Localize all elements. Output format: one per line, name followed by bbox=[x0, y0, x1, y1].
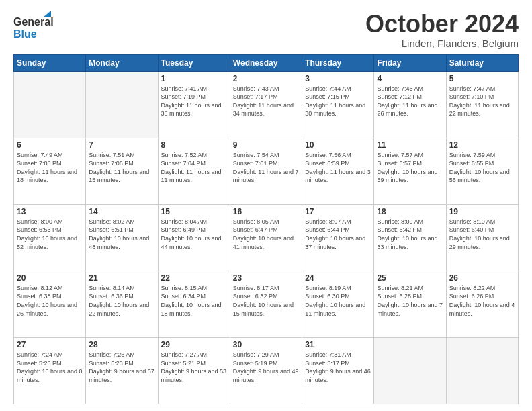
day-of-week-header: Tuesday bbox=[158, 54, 230, 71]
day-number: 30 bbox=[233, 340, 299, 349]
day-number: 10 bbox=[305, 140, 371, 150]
location: Linden, Flanders, Belgium bbox=[365, 38, 519, 49]
day-number: 5 bbox=[449, 74, 515, 83]
day-info: Sunrise: 7:26 AM Sunset: 5:23 PM Dayligh… bbox=[89, 351, 154, 384]
calendar-table: SundayMondayTuesdayWednesdayThursdayFrid… bbox=[13, 54, 519, 404]
day-info: Sunrise: 7:31 AM Sunset: 5:17 PM Dayligh… bbox=[305, 351, 371, 384]
day-info: Sunrise: 8:10 AM Sunset: 6:40 PM Dayligh… bbox=[449, 218, 515, 251]
calendar-day-cell bbox=[374, 337, 446, 404]
day-info: Sunrise: 8:00 AM Sunset: 6:53 PM Dayligh… bbox=[17, 218, 83, 251]
calendar-day-cell: 13Sunrise: 8:00 AM Sunset: 6:53 PM Dayli… bbox=[14, 204, 86, 271]
day-number: 22 bbox=[161, 273, 227, 283]
day-number: 7 bbox=[89, 140, 154, 150]
day-number: 25 bbox=[377, 273, 443, 283]
day-number: 13 bbox=[17, 207, 83, 216]
day-number: 6 bbox=[17, 140, 83, 150]
day-info: Sunrise: 8:04 AM Sunset: 6:49 PM Dayligh… bbox=[161, 218, 227, 251]
calendar-day-cell: 25Sunrise: 8:21 AM Sunset: 6:28 PM Dayli… bbox=[374, 271, 446, 337]
day-info: Sunrise: 8:22 AM Sunset: 6:26 PM Dayligh… bbox=[449, 284, 515, 318]
calendar-day-cell: 16Sunrise: 8:05 AM Sunset: 6:47 PM Dayli… bbox=[230, 204, 302, 271]
day-number: 12 bbox=[449, 140, 515, 150]
calendar-day-cell: 1Sunrise: 7:41 AM Sunset: 7:19 PM Daylig… bbox=[158, 71, 230, 138]
day-info: Sunrise: 8:12 AM Sunset: 6:38 PM Dayligh… bbox=[17, 284, 83, 318]
day-info: Sunrise: 7:43 AM Sunset: 7:17 PM Dayligh… bbox=[233, 85, 299, 118]
day-info: Sunrise: 7:59 AM Sunset: 6:55 PM Dayligh… bbox=[449, 151, 515, 185]
day-number: 9 bbox=[233, 140, 299, 150]
calendar-header-row: SundayMondayTuesdayWednesdayThursdayFrid… bbox=[14, 54, 519, 71]
calendar-day-cell: 14Sunrise: 8:02 AM Sunset: 6:51 PM Dayli… bbox=[86, 204, 158, 271]
calendar-day-cell bbox=[14, 71, 86, 138]
calendar-day-cell: 8Sunrise: 7:52 AM Sunset: 7:04 PM Daylig… bbox=[158, 138, 230, 204]
day-info: Sunrise: 8:05 AM Sunset: 6:47 PM Dayligh… bbox=[233, 218, 299, 251]
day-number: 3 bbox=[305, 74, 371, 83]
calendar-day-cell: 7Sunrise: 7:51 AM Sunset: 7:06 PM Daylig… bbox=[86, 138, 158, 204]
calendar-day-cell bbox=[86, 71, 158, 138]
day-of-week-header: Monday bbox=[86, 54, 158, 71]
svg-text:General: General bbox=[13, 16, 54, 28]
calendar-day-cell: 20Sunrise: 8:12 AM Sunset: 6:38 PM Dayli… bbox=[14, 271, 86, 337]
day-number: 4 bbox=[377, 74, 443, 83]
calendar-day-cell: 31Sunrise: 7:31 AM Sunset: 5:17 PM Dayli… bbox=[302, 337, 374, 404]
calendar-day-cell: 21Sunrise: 8:14 AM Sunset: 6:36 PM Dayli… bbox=[86, 271, 158, 337]
calendar-day-cell: 17Sunrise: 8:07 AM Sunset: 6:44 PM Dayli… bbox=[302, 204, 374, 271]
day-info: Sunrise: 7:27 AM Sunset: 5:21 PM Dayligh… bbox=[161, 351, 227, 384]
calendar-week-row: 20Sunrise: 8:12 AM Sunset: 6:38 PM Dayli… bbox=[14, 271, 519, 337]
calendar-day-cell: 28Sunrise: 7:26 AM Sunset: 5:23 PM Dayli… bbox=[86, 337, 158, 404]
day-number: 24 bbox=[305, 273, 371, 283]
day-of-week-header: Thursday bbox=[302, 54, 374, 71]
day-info: Sunrise: 7:52 AM Sunset: 7:04 PM Dayligh… bbox=[161, 151, 227, 185]
calendar-day-cell: 19Sunrise: 8:10 AM Sunset: 6:40 PM Dayli… bbox=[446, 204, 518, 271]
day-number: 1 bbox=[161, 74, 227, 83]
calendar-day-cell: 2Sunrise: 7:43 AM Sunset: 7:17 PM Daylig… bbox=[230, 71, 302, 138]
svg-marker-2 bbox=[43, 11, 51, 17]
calendar-day-cell: 5Sunrise: 7:47 AM Sunset: 7:10 PM Daylig… bbox=[446, 71, 518, 138]
day-info: Sunrise: 7:46 AM Sunset: 7:12 PM Dayligh… bbox=[377, 85, 443, 118]
day-info: Sunrise: 7:41 AM Sunset: 7:19 PM Dayligh… bbox=[161, 85, 227, 118]
day-number: 20 bbox=[17, 273, 83, 283]
header: General Blue October 2024 Linden, Flande… bbox=[13, 11, 519, 49]
calendar-week-row: 27Sunrise: 7:24 AM Sunset: 5:25 PM Dayli… bbox=[14, 337, 519, 404]
day-number: 28 bbox=[89, 340, 154, 349]
calendar-day-cell: 18Sunrise: 8:09 AM Sunset: 6:42 PM Dayli… bbox=[374, 204, 446, 271]
day-info: Sunrise: 7:24 AM Sunset: 5:25 PM Dayligh… bbox=[17, 351, 83, 384]
day-number: 27 bbox=[17, 340, 83, 349]
calendar-day-cell: 9Sunrise: 7:54 AM Sunset: 7:01 PM Daylig… bbox=[230, 138, 302, 204]
day-number: 16 bbox=[233, 207, 299, 216]
title-section: October 2024 Linden, Flanders, Belgium bbox=[365, 11, 519, 49]
day-number: 19 bbox=[449, 207, 515, 216]
logo: General Blue bbox=[13, 11, 54, 46]
calendar-day-cell: 6Sunrise: 7:49 AM Sunset: 7:08 PM Daylig… bbox=[14, 138, 86, 204]
day-of-week-header: Wednesday bbox=[230, 54, 302, 71]
day-number: 8 bbox=[161, 140, 227, 150]
day-info: Sunrise: 8:02 AM Sunset: 6:51 PM Dayligh… bbox=[89, 218, 154, 251]
calendar-day-cell: 10Sunrise: 7:56 AM Sunset: 6:59 PM Dayli… bbox=[302, 138, 374, 204]
day-number: 15 bbox=[161, 207, 227, 216]
day-of-week-header: Saturday bbox=[446, 54, 518, 71]
day-info: Sunrise: 7:49 AM Sunset: 7:08 PM Dayligh… bbox=[17, 151, 83, 185]
day-info: Sunrise: 8:17 AM Sunset: 6:32 PM Dayligh… bbox=[233, 284, 299, 318]
day-info: Sunrise: 7:54 AM Sunset: 7:01 PM Dayligh… bbox=[233, 151, 299, 185]
calendar-day-cell: 12Sunrise: 7:59 AM Sunset: 6:55 PM Dayli… bbox=[446, 138, 518, 204]
svg-text:Blue: Blue bbox=[13, 28, 37, 40]
day-info: Sunrise: 8:14 AM Sunset: 6:36 PM Dayligh… bbox=[89, 284, 154, 318]
day-info: Sunrise: 7:29 AM Sunset: 5:19 PM Dayligh… bbox=[233, 351, 299, 384]
day-number: 14 bbox=[89, 207, 154, 216]
logo-icon: General Blue bbox=[13, 11, 54, 46]
day-number: 11 bbox=[377, 140, 443, 150]
day-number: 29 bbox=[161, 340, 227, 349]
day-of-week-header: Friday bbox=[374, 54, 446, 71]
day-info: Sunrise: 8:21 AM Sunset: 6:28 PM Dayligh… bbox=[377, 284, 443, 318]
month-title: October 2024 bbox=[365, 11, 519, 38]
day-info: Sunrise: 8:09 AM Sunset: 6:42 PM Dayligh… bbox=[377, 218, 443, 251]
calendar-week-row: 6Sunrise: 7:49 AM Sunset: 7:08 PM Daylig… bbox=[14, 138, 519, 204]
day-number: 18 bbox=[377, 207, 443, 216]
day-number: 2 bbox=[233, 74, 299, 83]
calendar-day-cell: 24Sunrise: 8:19 AM Sunset: 6:30 PM Dayli… bbox=[302, 271, 374, 337]
calendar-day-cell: 29Sunrise: 7:27 AM Sunset: 5:21 PM Dayli… bbox=[158, 337, 230, 404]
calendar-day-cell: 3Sunrise: 7:44 AM Sunset: 7:15 PM Daylig… bbox=[302, 71, 374, 138]
day-number: 31 bbox=[305, 340, 371, 349]
calendar-day-cell: 26Sunrise: 8:22 AM Sunset: 6:26 PM Dayli… bbox=[446, 271, 518, 337]
calendar-day-cell: 30Sunrise: 7:29 AM Sunset: 5:19 PM Dayli… bbox=[230, 337, 302, 404]
day-info: Sunrise: 8:15 AM Sunset: 6:34 PM Dayligh… bbox=[161, 284, 227, 318]
day-info: Sunrise: 8:19 AM Sunset: 6:30 PM Dayligh… bbox=[305, 284, 371, 318]
